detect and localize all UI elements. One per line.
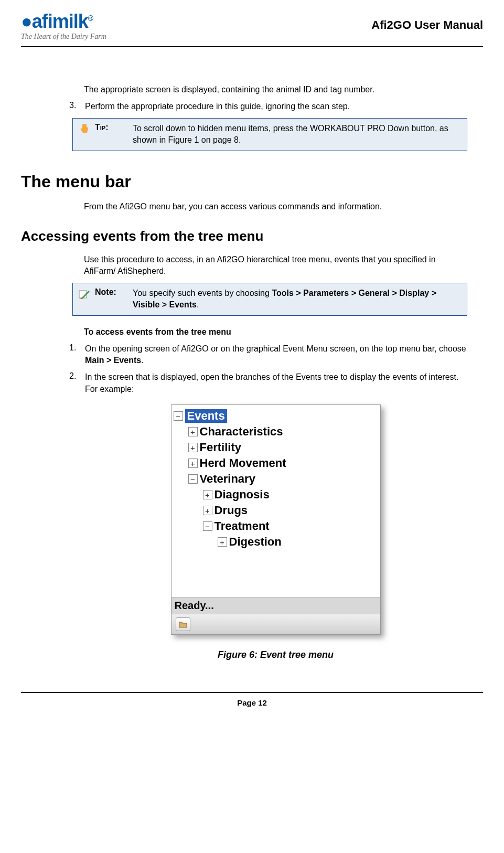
expand-icon[interactable]: + [218, 537, 227, 547]
hand-pointing-icon [78, 123, 91, 135]
tree-node-veterinary[interactable]: − Veterinary [188, 471, 378, 487]
tree-node-drugs[interactable]: + Drugs [203, 503, 378, 518]
logo-tagline: The Heart of the Dairy Farm [21, 33, 106, 41]
tree-node-characteristics[interactable]: + Characteristics [188, 424, 378, 440]
collapse-icon[interactable]: − [203, 521, 212, 531]
note-text: You specify such events by choosing Tool… [133, 287, 462, 311]
step-2: 2. In the screen that is displayed, open… [69, 371, 467, 395]
tree-node-treatment[interactable]: − Treatment [203, 518, 378, 534]
collapse-icon[interactable]: − [188, 474, 198, 484]
step-1: 1. On the opening screen of Afi2GO or on… [69, 343, 467, 367]
tree-label[interactable]: Herd Movement [200, 456, 286, 470]
tip-callout: Tip: To scroll down to hidden menu items… [72, 118, 467, 151]
expand-icon[interactable]: + [203, 506, 212, 515]
folder-button[interactable] [176, 617, 190, 631]
expand-icon[interactable]: + [188, 459, 198, 468]
figure-caption: Figure 6: Event tree menu [84, 649, 467, 660]
tree-label[interactable]: Drugs [215, 504, 248, 517]
tree-label[interactable]: Events [185, 409, 227, 423]
intro-paragraph: The appropriate screen is displayed, con… [84, 84, 467, 95]
tree-label[interactable]: Digestion [229, 535, 282, 549]
tree-label[interactable]: Fertility [200, 441, 241, 454]
doc-title: Afi2GO User Manual [371, 18, 483, 32]
page-footer: Page 12 [21, 692, 483, 707]
logo: ●afimilk® The Heart of the Dairy Farm [21, 10, 106, 41]
tip-label: Tip: [95, 123, 128, 132]
tip-text: To scroll down to hidden menu items, pre… [133, 123, 462, 146]
procedure-lead: To access events from the tree menu [84, 327, 467, 337]
status-bar: Ready... [171, 597, 380, 614]
logo-name: ●afimilk® [21, 10, 106, 33]
folder-icon [179, 621, 187, 628]
event-tree-screenshot: − Events + Characteristics + Fertility +… [171, 404, 381, 635]
expand-icon[interactable]: + [188, 443, 198, 452]
tree-label[interactable]: Veterinary [200, 472, 255, 486]
expand-icon[interactable]: + [203, 490, 212, 499]
accessing-events-paragraph: Use this procedure to access, in an Afi2… [84, 254, 467, 278]
tree-panel: − Events + Characteristics + Fertility +… [171, 405, 380, 597]
step-3: 3. Perform the appropriate procedure in … [69, 101, 467, 112]
note-label: Note: [95, 287, 128, 297]
menu-bar-paragraph: From the Afi2GO menu bar, you can access… [84, 201, 467, 212]
note-callout: Note: You specify such events by choosin… [72, 283, 467, 316]
tree-node-herd-movement[interactable]: + Herd Movement [188, 455, 378, 471]
note-pencil-icon [78, 287, 91, 300]
tree-label[interactable]: Characteristics [200, 425, 283, 439]
collapse-icon[interactable]: − [174, 411, 183, 421]
expand-icon[interactable]: + [188, 427, 198, 436]
tree-label[interactable]: Diagnosis [215, 488, 270, 502]
page-header: ●afimilk® The Heart of the Dairy Farm Af… [21, 10, 483, 47]
heading-accessing-events: Accessing events from the tree menu [21, 228, 483, 244]
tree-node-diagnosis[interactable]: + Diagnosis [203, 487, 378, 503]
tree-node-fertility[interactable]: + Fertility [188, 440, 378, 455]
heading-menu-bar: The menu bar [21, 172, 483, 191]
toolbar [171, 614, 380, 634]
tree-label[interactable]: Treatment [215, 519, 270, 533]
tree-node-events[interactable]: − Events [174, 408, 378, 424]
tree-node-digestion[interactable]: + Digestion [218, 534, 378, 550]
